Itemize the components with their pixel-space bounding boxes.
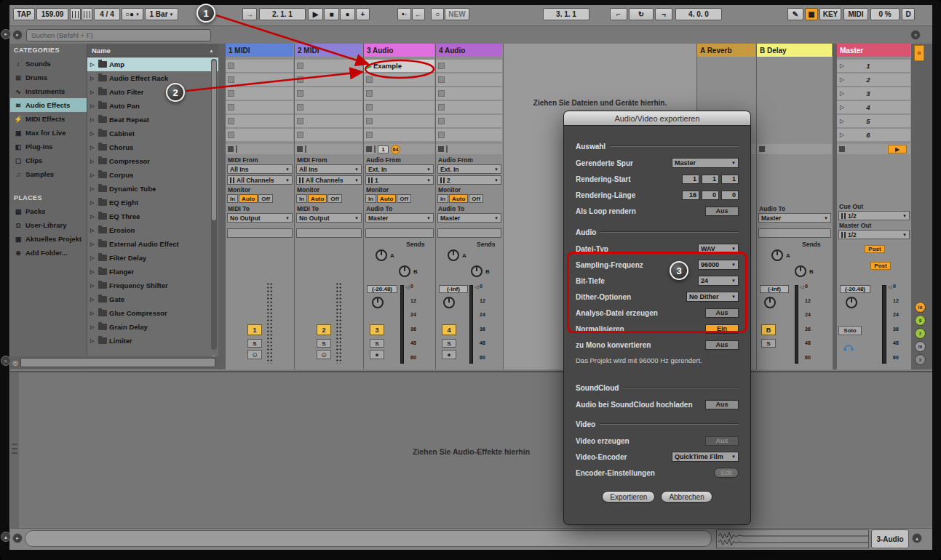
browser-category-item[interactable]: ∿ Instruments	[10, 84, 87, 98]
monitor-off-button[interactable]: Off	[469, 194, 483, 203]
punch-out-button[interactable]: ¬	[655, 8, 672, 20]
analysis-file-toggle[interactable]: Aus	[705, 308, 739, 318]
output-select[interactable]: No Output▼	[296, 213, 362, 223]
browser-device-row[interactable]: ▷ Limiter	[87, 334, 218, 348]
render-length-fields[interactable]: 16 0 0	[680, 191, 739, 200]
output-select[interactable]: Master▼	[365, 213, 434, 223]
metronome-button[interactable]: ○●▼	[122, 8, 143, 20]
quantization-menu[interactable]: 1 Bar▼	[145, 8, 178, 20]
selected-track-tab[interactable]: 3-Audio	[871, 529, 909, 548]
normalize-toggle[interactable]: Ein	[705, 324, 739, 334]
scene-slot[interactable]: ▷ 2	[837, 73, 910, 86]
draw-mode-button[interactable]: ✎	[787, 8, 803, 20]
solo-cue-button[interactable]: Solo	[838, 326, 862, 335]
output-channel-select[interactable]	[296, 228, 362, 238]
pan-knob[interactable]	[764, 297, 776, 308]
clip-slot[interactable]	[226, 60, 293, 72]
sends-section-toggle[interactable]: s	[915, 315, 926, 326]
disclosure-triangle-icon[interactable]: ▷	[90, 145, 96, 151]
disclosure-triangle-icon[interactable]: ▷	[90, 172, 96, 178]
disclosure-triangle-icon[interactable]: ▷	[90, 338, 96, 344]
scene-play-icon[interactable]: ▷	[840, 118, 844, 124]
solo-button[interactable]: S	[761, 339, 776, 348]
browser-device-row[interactable]: ▷ Flanger	[87, 265, 218, 279]
browser-place-item[interactable]: ▣ Aktuelles Projekt	[10, 232, 87, 246]
session-clip-example[interactable]: ▶Example	[364, 60, 434, 72]
solo-button[interactable]: S	[370, 339, 384, 348]
disclosure-triangle-icon[interactable]: ▷	[90, 62, 96, 68]
disclosure-triangle-icon[interactable]: ▷	[90, 228, 96, 233]
midi-map-button[interactable]: MIDI	[843, 8, 868, 20]
rendered-track-select[interactable]: Master▼	[672, 158, 739, 168]
returns-section-toggle[interactable]: r	[915, 328, 926, 339]
browser-category-item[interactable]: ◧ Plug-Ins	[10, 140, 87, 153]
send-b-knob[interactable]	[795, 265, 806, 277]
computer-midi-keyboard-button[interactable]: ▦	[805, 8, 818, 20]
arm-button[interactable]: ⊙	[317, 350, 331, 359]
clip-slot[interactable]	[226, 73, 293, 86]
send-b-knob[interactable]	[471, 265, 483, 277]
show-detail-toggle[interactable]: ▲	[1, 532, 11, 542]
input-type-select[interactable]: Ext. In▼	[437, 164, 501, 174]
volume-display[interactable]: (-Inf)	[760, 285, 789, 293]
browser-device-row[interactable]: ▷ Audio Effect Rack	[87, 71, 218, 85]
browser-device-row[interactable]: ▷ Grain Delay	[87, 320, 218, 334]
show-browser-toggle[interactable]: ▸	[1, 29, 11, 39]
browser-device-row[interactable]: ▷ Corpus	[87, 168, 218, 182]
clip-slot[interactable]	[226, 101, 293, 113]
send-a-post-button[interactable]: Post	[865, 245, 885, 253]
clip-overview-waveform[interactable]	[716, 529, 869, 548]
tempo-display[interactable]: 159.09	[36, 8, 68, 20]
monitor-off-button[interactable]: Off	[397, 194, 411, 203]
clip-play-icon[interactable]: ▶	[366, 63, 371, 70]
input-type-select[interactable]: All Ins▼	[227, 164, 293, 174]
scene-slot[interactable]: ▷ 3	[837, 87, 910, 100]
cancel-button[interactable]: Abbrechen	[661, 491, 712, 503]
clip-slot[interactable]	[436, 101, 502, 113]
loop-switch[interactable]: ↻	[629, 8, 654, 20]
file-type-select[interactable]: WAV▼	[698, 244, 739, 254]
disclosure-triangle-icon[interactable]: ▷	[90, 311, 96, 316]
disclosure-triangle-icon[interactable]: ▷	[90, 103, 96, 109]
disclosure-triangle-icon[interactable]: ▷	[90, 131, 96, 137]
crossfader-section-toggle[interactable]: x	[915, 354, 926, 365]
browser-device-row[interactable]: ▷ Frequency Shifter	[87, 279, 218, 292]
monitor-auto-button[interactable]: Auto	[308, 194, 327, 203]
clip-slot[interactable]	[295, 60, 362, 72]
disclosure-triangle-icon[interactable]: ▷	[90, 283, 96, 289]
output-channel-select[interactable]	[437, 228, 501, 238]
dialog-title-bar[interactable]: Audio/Video exportieren	[564, 111, 750, 126]
browser-device-row[interactable]: ▷ Auto Pan	[87, 99, 218, 113]
output-select[interactable]: Master▼	[758, 213, 831, 223]
browser-device-row[interactable]: ▷ Filter Delay	[87, 251, 218, 265]
solo-button[interactable]: S	[317, 339, 331, 348]
arm-button[interactable]: ●	[370, 350, 384, 359]
arrangement-position-display[interactable]: 2. 1. 1	[259, 8, 306, 20]
browser-device-row[interactable]: ▷ Glue Compressor	[87, 306, 218, 320]
monitor-off-button[interactable]: Off	[258, 194, 273, 203]
browser-device-row[interactable]: ▷ Auto Filter	[87, 85, 218, 99]
solo-button[interactable]: S	[442, 339, 456, 348]
browser-device-row[interactable]: ▷ Gate	[87, 292, 218, 306]
time-signature-display[interactable]: 4 / 4	[94, 8, 120, 20]
browser-scrollbar[interactable]: ▼	[211, 59, 217, 350]
disclosure-triangle-icon[interactable]: ▷	[90, 324, 96, 330]
clip-slot[interactable]	[295, 101, 362, 113]
clip-slot[interactable]	[364, 129, 434, 141]
output-select[interactable]: Master▼	[437, 213, 501, 223]
clip-slot[interactable]	[226, 115, 293, 127]
show-clip-view-toggle[interactable]: ▲	[912, 533, 922, 543]
browser-category-item[interactable]: ⚡ MIDI Effects	[10, 112, 87, 126]
browser-device-row[interactable]: ▷ Chorus	[87, 140, 218, 154]
track-header[interactable]: 2 MIDI	[295, 44, 362, 57]
scene-play-icon[interactable]: ▷	[840, 76, 844, 83]
disclosure-triangle-icon[interactable]: ▷	[90, 269, 96, 275]
scene-slot[interactable]: ▷ 4	[837, 101, 910, 113]
video-create-toggle[interactable]: Aus	[705, 436, 739, 446]
monitor-in-button[interactable]: In	[365, 194, 376, 203]
track-activator-button[interactable]: B	[761, 324, 776, 335]
clip-stop-row[interactable]: 1 64	[364, 144, 434, 154]
status-play-button[interactable]: ▸	[12, 533, 23, 543]
monitor-auto-button[interactable]: Auto	[449, 194, 468, 203]
master-out-select[interactable]: 1/2▼	[838, 230, 910, 239]
